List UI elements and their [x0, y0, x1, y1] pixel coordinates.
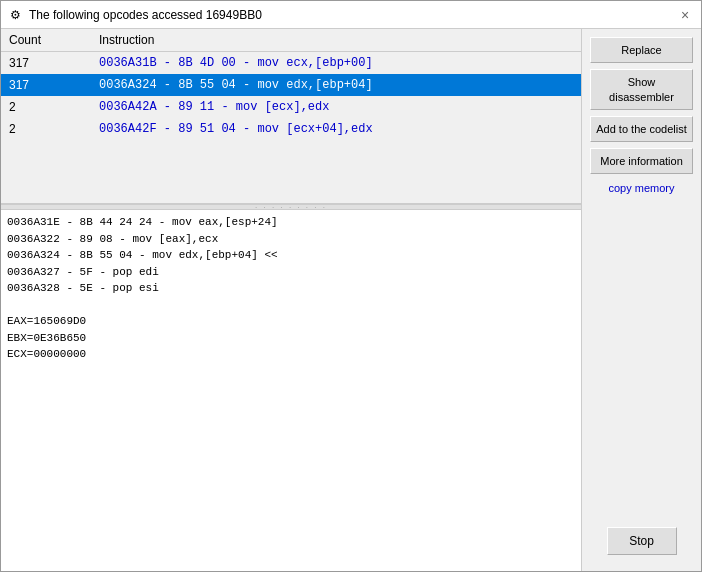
opcode-table-section: Count Instruction 3170036A31B - 8B 4D 00…: [1, 29, 581, 204]
log-line: ECX=00000000: [7, 346, 575, 363]
cell-count: 317: [1, 78, 91, 92]
replace-button[interactable]: Replace: [590, 37, 693, 63]
log-line: 0036A328 - 5E - pop esi: [7, 280, 575, 297]
log-line: EBX=0E36B650: [7, 330, 575, 347]
sidebar: Replace Show disassembler Add to the cod…: [581, 29, 701, 571]
log-line: 0036A322 - 89 08 - mov [eax],ecx: [7, 231, 575, 248]
sidebar-bottom: Stop: [590, 202, 693, 563]
close-button[interactable]: ×: [675, 5, 695, 25]
log-line: 0036A327 - 5F - pop edi: [7, 264, 575, 281]
log-content[interactable]: 0036A31E - 8B 44 24 24 - mov eax,[esp+24…: [1, 210, 581, 571]
more-information-button[interactable]: More information: [590, 148, 693, 174]
cell-count: 2: [1, 100, 91, 114]
show-disassembler-button[interactable]: Show disassembler: [590, 69, 693, 110]
log-line: EAX=165069D0: [7, 313, 575, 330]
window-title: The following opcodes accessed 16949BB0: [29, 8, 262, 22]
cell-count: 2: [1, 122, 91, 136]
title-bar: ⚙ The following opcodes accessed 16949BB…: [1, 1, 701, 29]
col-header-count: Count: [1, 33, 91, 47]
add-to-codelist-button[interactable]: Add to the codelist: [590, 116, 693, 142]
content-area: Count Instruction 3170036A31B - 8B 4D 00…: [1, 29, 701, 571]
cell-instruction: 0036A324 - 8B 55 04 - mov edx,[ebp+04]: [91, 78, 581, 92]
window-icon: ⚙: [7, 7, 23, 23]
table-body: 3170036A31B - 8B 4D 00 - mov ecx,[ebp+00…: [1, 52, 581, 203]
log-line: 0036A31E - 8B 44 24 24 - mov eax,[esp+24…: [7, 214, 575, 231]
log-section: 0036A31E - 8B 44 24 24 - mov eax,[esp+24…: [1, 210, 581, 571]
stop-button[interactable]: Stop: [607, 527, 677, 555]
main-panel: Count Instruction 3170036A31B - 8B 4D 00…: [1, 29, 581, 571]
log-line: [7, 297, 575, 314]
table-row[interactable]: 3170036A324 - 8B 55 04 - mov edx,[ebp+04…: [1, 74, 581, 96]
col-header-instruction: Instruction: [91, 33, 581, 47]
cell-instruction: 0036A31B - 8B 4D 00 - mov ecx,[ebp+00]: [91, 56, 581, 70]
log-line: 0036A324 - 8B 55 04 - mov edx,[ebp+04] <…: [7, 247, 575, 264]
main-window: ⚙ The following opcodes accessed 16949BB…: [0, 0, 702, 572]
title-bar-left: ⚙ The following opcodes accessed 16949BB…: [7, 7, 262, 23]
table-row[interactable]: 20036A42A - 89 11 - mov [ecx],edx: [1, 96, 581, 118]
cell-instruction: 0036A42F - 89 51 04 - mov [ecx+04],edx: [91, 122, 581, 136]
copy-memory-link[interactable]: copy memory: [590, 180, 693, 196]
cell-count: 317: [1, 56, 91, 70]
table-row[interactable]: 20036A42F - 89 51 04 - mov [ecx+04],edx: [1, 118, 581, 140]
table-row[interactable]: 3170036A31B - 8B 4D 00 - mov ecx,[ebp+00…: [1, 52, 581, 74]
table-header: Count Instruction: [1, 29, 581, 52]
cell-instruction: 0036A42A - 89 11 - mov [ecx],edx: [91, 100, 581, 114]
